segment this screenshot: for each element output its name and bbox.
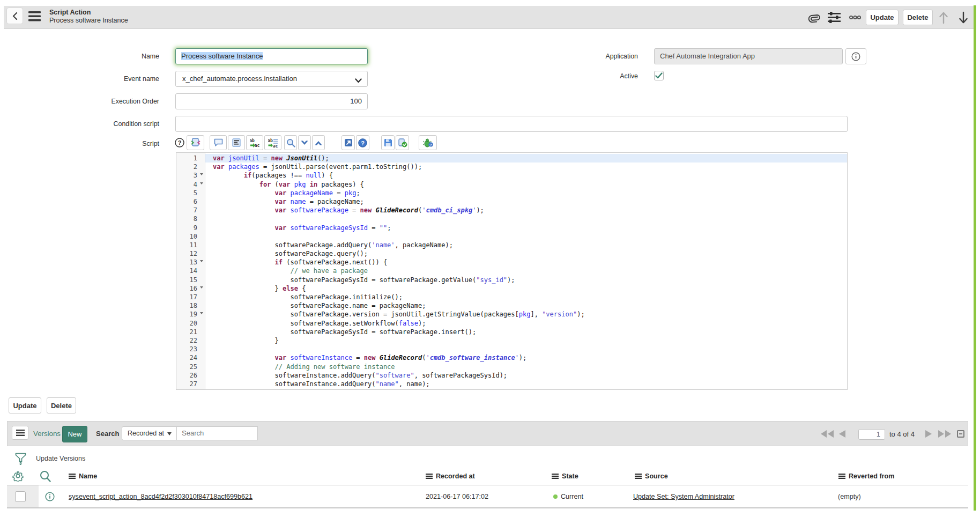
execution-order-input[interactable]: 100 (175, 93, 368, 109)
code-line[interactable]: softwarePackage.query(); (205, 249, 847, 258)
last-page-button[interactable] (938, 430, 951, 438)
find-previous-button[interactable] (312, 135, 325, 150)
search-code-button[interactable] (284, 135, 297, 150)
editor-code-pane[interactable]: var jsonUtil = new JsonUtil();var packag… (205, 153, 847, 389)
previous-page-button[interactable] (839, 430, 845, 438)
line-number: 26 (176, 371, 205, 380)
fold-marker-icon[interactable] (200, 260, 203, 262)
code-line[interactable]: softwareInstance.addQuery("name", name); (205, 380, 847, 388)
personalize-form-button[interactable] (828, 12, 841, 23)
line-number: 24 (176, 353, 205, 362)
replace-button[interactable]: ab ac (246, 135, 263, 150)
footer-delete-button[interactable]: Delete (47, 397, 76, 413)
code-line[interactable]: // Adding new software instance (205, 363, 847, 371)
format-code-button[interactable] (228, 135, 245, 150)
code-line[interactable]: softwarePackage.initialize(); (205, 293, 847, 301)
fold-marker-icon[interactable] (200, 312, 203, 314)
code-line[interactable]: // we have a package (205, 267, 847, 275)
context-menu-icon[interactable] (28, 11, 41, 24)
list-search-button[interactable] (40, 470, 51, 484)
list-personalize-button[interactable] (12, 470, 24, 484)
active-checkbox[interactable] (654, 71, 664, 80)
row-name-link[interactable]: sysevent_script_action_8acd4f2d2f303010f… (69, 493, 253, 500)
scroll-up-button[interactable] (939, 11, 948, 24)
find-next-button[interactable] (298, 135, 311, 150)
code-line[interactable]: softwarePackageSysId = softwarePackage.g… (205, 276, 847, 284)
arrow-down-icon (959, 11, 968, 24)
application-info-button[interactable] (845, 48, 866, 64)
code-line[interactable]: } (205, 336, 847, 345)
minimize-list-button[interactable] (957, 430, 964, 438)
scroll-down-button[interactable] (959, 11, 968, 24)
code-line[interactable]: var jsonUtil = new JsonUtil(); (205, 154, 847, 163)
row-source-link[interactable]: Update Set: System Administrator (633, 493, 734, 500)
code-line[interactable]: softwarePackage.setWorkflow(false); (205, 319, 847, 328)
save-script-button[interactable] (381, 135, 395, 150)
validate-script-button[interactable] (396, 135, 409, 150)
code-line[interactable]: softwarePackageSysId = softwarePackage.i… (205, 328, 847, 336)
line-number: 15 (176, 276, 205, 284)
column-header-name[interactable]: Name (69, 472, 97, 480)
code-line[interactable]: var softwareInstance = new GlideRecord('… (205, 353, 847, 362)
footer-update-button[interactable]: Update (9, 397, 41, 413)
editor-reference-button[interactable]: ? (356, 135, 369, 150)
next-page-button[interactable] (925, 430, 932, 438)
first-page-button[interactable] (821, 430, 834, 438)
code-line[interactable]: var softwarePackageSysId = ""; (205, 224, 847, 232)
column-header-reverted-from[interactable]: Reverted from (838, 472, 894, 480)
back-chevron-icon (12, 12, 18, 20)
attachment-button[interactable] (808, 12, 820, 24)
fold-marker-icon[interactable] (200, 173, 203, 175)
list-context-menu-button[interactable] (12, 426, 28, 440)
code-line[interactable]: var name = packageName; (205, 197, 847, 206)
page-number-input[interactable]: 1 (858, 429, 885, 440)
line-number: 17 (176, 293, 205, 301)
column-header-state[interactable]: State (552, 472, 578, 480)
column-header-source[interactable]: Source (635, 472, 668, 480)
debug-script-button[interactable]: ? (419, 135, 437, 150)
code-line[interactable]: for (var pkg in packages) { (205, 180, 847, 189)
line-number: 4 (176, 180, 205, 189)
svg-text:ab: ab (268, 138, 273, 143)
line-number: 1 (176, 154, 205, 163)
column-header-recorded-at[interactable]: Recorded at (426, 472, 475, 480)
fold-marker-icon[interactable] (200, 286, 203, 289)
code-line[interactable]: var packageName = pkg; (205, 189, 847, 197)
code-line[interactable]: softwarePackage.version = jsonUtil.getSt… (205, 310, 847, 319)
new-version-button[interactable]: New (62, 426, 87, 442)
active-label: Active (520, 72, 638, 80)
toggle-syntax-editor-button[interactable] (187, 135, 204, 150)
list-search-input[interactable]: Search (176, 426, 258, 440)
back-button[interactable] (6, 8, 23, 24)
script-code-editor[interactable]: 1234567891011121314151617181920212223242… (176, 152, 848, 390)
script-help-icon[interactable]: ? (175, 138, 184, 150)
code-line[interactable]: var packages = jsonUtil.parse(event.parm… (205, 163, 847, 171)
code-line[interactable]: softwarePackage.addQuery('name', package… (205, 241, 847, 249)
code-line[interactable]: } else { (205, 284, 847, 293)
delete-button[interactable]: Delete (903, 10, 933, 25)
update-button[interactable]: Update (866, 10, 899, 25)
last-page-icon (938, 430, 951, 438)
list-search-field-select[interactable]: Recorded at (122, 426, 177, 440)
comment-code-button[interactable] (210, 135, 227, 150)
name-input[interactable]: Process software Instance (175, 48, 368, 64)
arrow-up-icon (939, 11, 948, 24)
code-line[interactable] (205, 232, 847, 241)
more-options-button[interactable] (849, 15, 861, 20)
code-line[interactable] (205, 215, 847, 223)
code-line[interactable]: softwarePackage.name = packageName; (205, 301, 847, 310)
condition-script-input[interactable] (175, 116, 848, 132)
code-line[interactable]: if(packages !== null) { (205, 171, 847, 180)
fold-marker-icon[interactable] (200, 182, 203, 184)
code-line[interactable]: softwareInstance.addQuery("software", so… (205, 371, 847, 380)
row-info-button[interactable] (45, 492, 55, 504)
code-line[interactable] (205, 345, 847, 353)
code-line[interactable]: if (softwarePackage.next()) { (205, 258, 847, 267)
event-name-select[interactable]: x_chef_automate.process.installation (175, 71, 368, 87)
list-filter-button[interactable] (15, 453, 26, 467)
open-in-editor-button[interactable] (341, 135, 355, 150)
list-breadcrumb[interactable]: Update Versions (36, 455, 85, 462)
row-checkbox[interactable] (15, 491, 26, 502)
code-line[interactable]: var softwarePackage = new GlideRecord('c… (205, 206, 847, 215)
replace-all-button[interactable]: ab ac (264, 135, 281, 150)
